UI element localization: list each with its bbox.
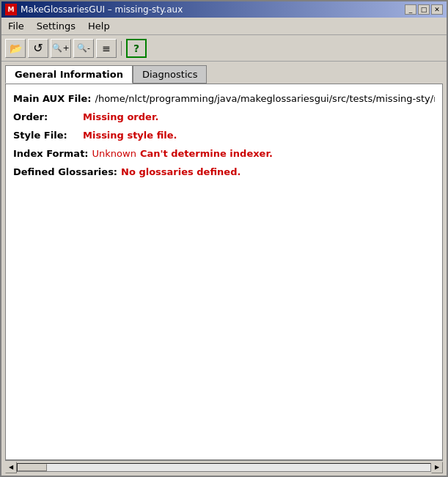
tabs-container: General Information Diagnostics bbox=[1, 62, 447, 84]
toolbar: 📂 ↺ 🔍+ 🔍- ≡ ? bbox=[1, 35, 447, 62]
app-icon: M bbox=[5, 4, 17, 15]
row-index-format: Index Format: Unknown Can't determine in… bbox=[13, 148, 435, 159]
row-defined-glossaries: Defined Glossaries: No glossaries define… bbox=[13, 166, 435, 177]
scroll-left-button[interactable]: ◀ bbox=[5, 462, 17, 473]
menu-bar: File Settings Help bbox=[1, 18, 447, 35]
row-main-aux-file: Main AUX File: /home/nlct/programming/ja… bbox=[13, 93, 435, 104]
window-title: MakeGlossariesGUI – missing-sty.aux bbox=[21, 4, 183, 15]
info-panel: Main AUX File: /home/nlct/programming/ja… bbox=[6, 84, 442, 186]
open-button[interactable]: 📂 bbox=[5, 39, 26, 58]
menu-help[interactable]: Help bbox=[84, 19, 114, 33]
zoom-out-icon: 🔍- bbox=[77, 43, 90, 53]
main-window: M MakeGlossariesGUI – missing-sty.aux _ … bbox=[0, 0, 448, 477]
title-bar: M MakeGlossariesGUI – missing-sty.aux _ … bbox=[1, 1, 447, 18]
cant-determine-text: Can't determine indexer. bbox=[140, 148, 273, 159]
tab-general-information[interactable]: General Information bbox=[5, 65, 133, 84]
value-defined-glossaries: No glossaries defined. bbox=[121, 166, 240, 177]
value-index-format: Unknown Can't determine indexer. bbox=[92, 148, 273, 159]
refresh-button[interactable]: ↺ bbox=[28, 39, 48, 58]
view-icon: ≡ bbox=[102, 42, 111, 54]
toolbar-separator bbox=[121, 41, 122, 56]
menu-settings[interactable]: Settings bbox=[32, 19, 80, 33]
view-button[interactable]: ≡ bbox=[96, 39, 117, 58]
content-area: Main AUX File: /home/nlct/programming/ja… bbox=[5, 84, 443, 460]
scroll-right-button[interactable]: ▶ bbox=[431, 462, 443, 473]
menu-file[interactable]: File bbox=[4, 19, 29, 33]
unknown-text: Unknown bbox=[92, 148, 136, 159]
window-controls: _ □ ✕ bbox=[405, 4, 443, 15]
row-order: Order: Missing order. bbox=[13, 111, 435, 122]
label-order: Order: bbox=[13, 111, 79, 122]
tab-diagnostics[interactable]: Diagnostics bbox=[133, 65, 207, 84]
value-order: Missing order. bbox=[83, 111, 158, 122]
help-button[interactable]: ? bbox=[126, 39, 147, 58]
row-style-file: Style File: Missing style file. bbox=[13, 130, 435, 141]
zoom-in-icon: 🔍+ bbox=[52, 43, 69, 53]
help-icon: ? bbox=[133, 42, 139, 54]
refresh-icon: ↺ bbox=[33, 41, 43, 55]
scroll-thumb[interactable] bbox=[18, 464, 47, 471]
label-index-format: Index Format: bbox=[13, 148, 89, 159]
label-defined-glossaries: Defined Glossaries: bbox=[13, 166, 117, 177]
zoom-out-button[interactable]: 🔍- bbox=[73, 39, 94, 58]
scroll-track[interactable] bbox=[17, 463, 431, 472]
label-style-file: Style File: bbox=[13, 130, 79, 141]
horizontal-scrollbar[interactable]: ◀ ▶ bbox=[5, 460, 443, 473]
zoom-in-button[interactable]: 🔍+ bbox=[51, 39, 71, 58]
minimize-button[interactable]: _ bbox=[405, 4, 416, 15]
close-button[interactable]: ✕ bbox=[431, 4, 443, 15]
title-bar-left: M MakeGlossariesGUI – missing-sty.aux bbox=[5, 4, 183, 15]
value-main-aux-file: /home/nlct/programming/java/makeglossari… bbox=[95, 93, 435, 104]
value-style-file: Missing style file. bbox=[83, 130, 177, 141]
label-main-aux-file: Main AUX File: bbox=[13, 93, 92, 104]
open-icon: 📂 bbox=[10, 42, 22, 54]
maximize-button[interactable]: □ bbox=[418, 4, 430, 15]
